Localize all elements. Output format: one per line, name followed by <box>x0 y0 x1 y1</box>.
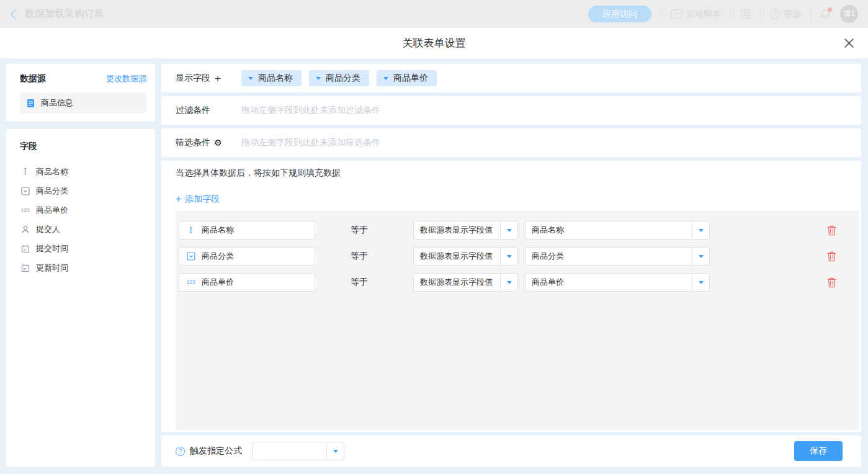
add-rule-field-label: 添加字段 <box>185 194 220 205</box>
modal-footer: ? 触发指定公式 保存 <box>161 436 861 467</box>
sift-condition-label: 筛选条件 <box>176 137 210 148</box>
display-field-tag[interactable]: 商品名称 <box>241 70 302 86</box>
chevron-down-icon <box>333 450 338 453</box>
rule-operator: 等于 <box>351 251 413 262</box>
backend-script-label: 后端脚本 <box>686 9 721 20</box>
chevron-down-icon <box>507 255 512 258</box>
rule-source-select[interactable]: 数据源表显示字段值 <box>413 247 518 266</box>
app-access-button[interactable]: 应用访问 <box>588 6 651 22</box>
filter-condition-label: 过滤条件 <box>176 105 241 116</box>
rule-source-select[interactable]: 数据源表显示字段值 <box>413 273 518 292</box>
page-title: 数据加载采购订单 <box>25 7 104 20</box>
save-button[interactable]: 保存 <box>794 441 843 461</box>
formula-help-icon[interactable]: ? <box>176 447 185 456</box>
rules-hint: 当选择具体数据后，将按如下规则填充数据 <box>176 167 859 178</box>
rule-target-field[interactable]: I 商品名称 <box>179 221 315 239</box>
display-field-tag[interactable]: 商品分类 <box>309 70 369 86</box>
formula-label: 触发指定公式 <box>190 445 242 457</box>
notification-bell-icon[interactable] <box>820 9 831 20</box>
help-button[interactable]: ? 帮助 <box>770 9 801 20</box>
sift-condition-label-wrap: 筛选条件 ⚙ <box>176 137 241 148</box>
rule-row: 商品分类 等于 数据源表显示字段值 商品分类 <box>179 247 859 266</box>
chevron-down-icon <box>699 281 704 284</box>
field-item[interactable]: 提交人 <box>20 220 146 239</box>
formula-select[interactable] <box>252 442 344 460</box>
sidebar: 数据源 更改数据源 商品信息 字段 I 商品名称 <box>6 64 155 467</box>
fill-rules-card: 当选择具体数据后，将按如下规则填充数据 + 添加字段 I 商品名称 等于 数据源… <box>161 161 861 432</box>
text-field-icon: I <box>186 226 196 235</box>
tag-label: 商品单价 <box>393 73 428 84</box>
rule-value-select[interactable]: 商品分类 <box>525 247 710 266</box>
add-display-field-button[interactable]: + <box>215 73 221 84</box>
datasource-card: 数据源 更改数据源 商品信息 <box>6 64 155 122</box>
display-field-tags: 商品名称 商品分类 商品单价 <box>241 70 437 86</box>
contacts-icon[interactable] <box>740 9 751 19</box>
main-panel: 显示字段 + 商品名称 商品分类 商品单价 <box>161 64 861 467</box>
display-field-tag[interactable]: 商品单价 <box>377 70 437 86</box>
sift-condition-row: 筛选条件 ⚙ 拖动左侧字段到此处来添加筛选条件 <box>161 128 861 157</box>
number-field-icon: 123 <box>186 279 196 285</box>
select-arrow-segment <box>500 221 517 239</box>
change-datasource-link[interactable]: 更改数据源 <box>106 73 146 84</box>
rule-value-label: 商品分类 <box>526 248 692 265</box>
field-item[interactable]: 更新时间 <box>20 258 146 277</box>
field-item[interactable]: 商品分类 <box>20 181 146 200</box>
help-label: 帮助 <box>784 9 801 20</box>
datasource-title: 数据源 <box>20 73 46 84</box>
rule-row: I 商品名称 等于 数据源表显示字段值 商品名称 <box>179 221 859 239</box>
plus-icon: + <box>176 194 181 204</box>
avatar[interactable]: 谭1 <box>840 5 858 23</box>
tag-label: 商品名称 <box>258 73 293 84</box>
rule-source-select[interactable]: 数据源表显示字段值 <box>413 221 518 239</box>
chevron-down-icon <box>383 77 388 80</box>
rule-value-label: 商品名称 <box>526 221 692 239</box>
field-item[interactable]: 提交时间 <box>20 239 146 258</box>
tag-label: 商品分类 <box>326 73 360 84</box>
screen: 数据加载采购订单 应用访问 </> 后端脚本 ? 帮助 谭1 <box>0 0 868 474</box>
display-fields-label-wrap: 显示字段 + <box>176 73 241 84</box>
close-icon[interactable] <box>844 38 854 48</box>
rule-value-select[interactable]: 商品名称 <box>525 221 710 239</box>
field-list: I 商品名称 商品分类 123 商品单价 <box>20 162 146 277</box>
datasource-item[interactable]: 商品信息 <box>20 92 146 114</box>
rule-target-field[interactable]: 123 商品单价 <box>179 273 315 292</box>
back-icon[interactable] <box>10 9 17 20</box>
select-arrow-segment <box>326 442 344 460</box>
divider <box>810 9 811 19</box>
delete-rule-icon[interactable] <box>827 277 836 288</box>
form-document-icon <box>26 99 35 108</box>
datasource-item-label: 商品信息 <box>41 97 73 109</box>
chevron-down-icon <box>507 229 512 232</box>
divider <box>661 9 661 19</box>
fields-card: 字段 I 商品名称 商品分类 123 商品单价 <box>6 129 155 467</box>
select-field-icon <box>20 187 30 195</box>
display-fields-row: 显示字段 + 商品名称 商品分类 商品单价 <box>161 64 861 92</box>
filter-condition-row: 过滤条件 拖动左侧字段到此处来添加过滤条件 <box>161 96 861 125</box>
gear-icon[interactable]: ⚙ <box>214 138 222 147</box>
fields-title: 字段 <box>20 141 146 152</box>
select-arrow-segment <box>692 274 709 291</box>
display-fields-label: 显示字段 <box>176 73 210 84</box>
chevron-down-icon <box>507 281 512 284</box>
field-item[interactable]: I 商品名称 <box>20 162 146 181</box>
rule-value-select[interactable]: 商品单价 <box>525 273 710 292</box>
rule-field-label: 商品分类 <box>202 251 234 262</box>
field-item-label: 提交人 <box>36 224 60 235</box>
select-field-icon <box>186 252 196 261</box>
rules-area: I 商品名称 等于 数据源表显示字段值 商品名称 <box>176 211 859 430</box>
rule-source-value: 数据源表显示字段值 <box>414 248 500 265</box>
add-rule-field-button[interactable]: + 添加字段 <box>176 193 220 205</box>
rule-field-label: 商品单价 <box>202 277 234 288</box>
field-item[interactable]: 123 商品单价 <box>20 200 146 220</box>
backend-script-button[interactable]: </> 后端脚本 <box>671 9 721 20</box>
rule-source-value: 数据源表显示字段值 <box>414 221 500 239</box>
delete-rule-icon[interactable] <box>827 251 836 262</box>
date-field-icon <box>20 264 30 272</box>
modal-body: 数据源 更改数据源 商品信息 字段 I 商品名称 <box>0 59 868 474</box>
field-item-label: 商品单价 <box>36 205 68 216</box>
topbar: 数据加载采购订单 应用访问 </> 后端脚本 ? 帮助 谭1 <box>0 0 868 28</box>
rule-target-field[interactable]: 商品分类 <box>179 247 315 266</box>
sift-drop-zone[interactable]: 拖动左侧字段到此处来添加筛选条件 <box>241 137 380 148</box>
delete-rule-icon[interactable] <box>827 225 836 236</box>
filter-drop-zone[interactable]: 拖动左侧字段到此处来添加过滤条件 <box>241 105 380 116</box>
